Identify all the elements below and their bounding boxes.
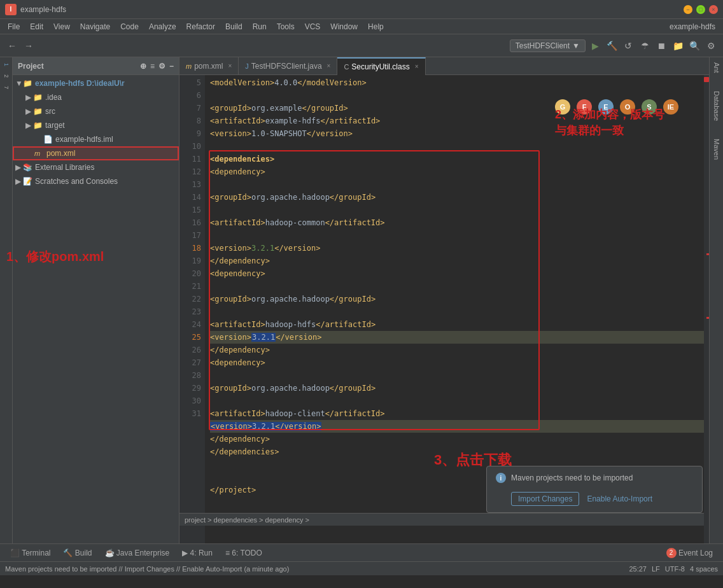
root-folder-icon: 📁: [23, 79, 33, 88]
project-sidebar-toggle[interactable]: 1: [1, 60, 11, 70]
tree-idea-folder[interactable]: ▶ 📁 .idea: [13, 90, 179, 104]
scratches-label: Scratches and Consoles: [35, 177, 118, 186]
code-line-28: [210, 369, 709, 382]
build-tab[interactable]: 🔨 Build: [58, 547, 97, 559]
menu-navigate[interactable]: Navigate: [75, 21, 115, 32]
menu-vcs[interactable]: VCS: [300, 21, 326, 32]
menu-tools[interactable]: Tools: [272, 21, 300, 32]
import-changes-button[interactable]: Import Changes: [511, 492, 579, 506]
todo-tab[interactable]: ≡ 6: TODO: [220, 547, 267, 559]
ie-icon: IE: [663, 99, 678, 115]
testhdfs-tab-label: TestHDFSClient.java: [251, 62, 322, 71]
database-sidebar-label[interactable]: Database: [712, 88, 722, 123]
run-config-dropdown-icon: ▼: [572, 41, 580, 50]
java-tab-label: Java Enterprise: [116, 549, 169, 557]
todo-tab-icon: ≡: [225, 549, 230, 557]
menubar: File Edit View Navigate Code Analyze Ref…: [0, 19, 723, 34]
menu-build[interactable]: Build: [220, 21, 248, 32]
reload-button[interactable]: ↺: [621, 39, 635, 53]
tree-ext-libs[interactable]: ▶ 📚 External Libraries: [13, 160, 179, 174]
settings-button[interactable]: ⚙: [704, 39, 718, 53]
search-button[interactable]: 🔍: [687, 39, 701, 53]
tree-scratches[interactable]: ▶ 📝 Scratches and Consoles: [13, 174, 179, 188]
code-line-8: <artifactId>example-hdfs</artifactId>: [210, 115, 709, 127]
maven-sidebar-label[interactable]: Maven: [712, 136, 722, 162]
indent-label[interactable]: 4 spaces: [690, 565, 718, 573]
securityutil-tab-label: SecurityUtil.class: [351, 62, 409, 71]
main-layout: 1 2 7 Project ⊕ ≡ ⚙ − ▼ 📁 example-hdfs D…: [0, 57, 723, 543]
encoding[interactable]: UTF-8: [665, 565, 685, 573]
menu-refactor[interactable]: Refactor: [181, 21, 220, 32]
tree-iml-file[interactable]: ▶ 📄 example-hdfs.iml: [13, 132, 179, 146]
src-label: src: [45, 107, 55, 116]
run-button[interactable]: ▶: [588, 39, 602, 53]
pom-tab-close[interactable]: ×: [228, 62, 232, 69]
scratches-icon: 📝: [23, 177, 33, 186]
scroll-to-button[interactable]: ≡: [150, 62, 155, 71]
code-line-14: <groupId>org.apache.hadoop</groupId>: [210, 191, 709, 204]
add-content-button[interactable]: ⊕: [140, 62, 146, 71]
close-button[interactable]: ×: [709, 5, 718, 14]
minimize-button[interactable]: −: [684, 5, 692, 14]
code-editor[interactable]: 5 6 7 8 9 10 11 12 13 14 15 16 17 18 19 …: [179, 75, 709, 543]
notif-title-text: Maven projects need to be imported: [511, 473, 633, 482]
menu-help[interactable]: Help: [363, 21, 389, 32]
ext-libs-arrow: ▶: [15, 163, 23, 172]
window-controls: − □ ×: [684, 5, 718, 14]
minimize-panel-button[interactable]: −: [169, 62, 174, 71]
tab-pom[interactable]: m pom.xml ×: [179, 57, 239, 75]
run-config-label: TestHDFSClient: [516, 41, 570, 50]
testhdfs-tab-close[interactable]: ×: [327, 62, 331, 69]
editor-area: m pom.xml × J TestHDFSClient.java × C Se…: [179, 57, 709, 543]
securityutil-tab-close[interactable]: ×: [415, 63, 419, 70]
coverage-button[interactable]: ☂: [638, 39, 652, 53]
pom-label: pom.xml: [46, 149, 75, 158]
app-icon: I: [5, 4, 17, 15]
structure-sidebar-toggle[interactable]: 7: [1, 83, 11, 93]
settings-panel-button[interactable]: ⚙: [158, 62, 165, 71]
terminal-tab[interactable]: ⬛ Terminal: [5, 547, 55, 559]
iml-label: example-hdfs.iml: [55, 135, 113, 144]
run-config-selector[interactable]: TestHDFSClient ▼: [510, 39, 586, 52]
forward-button[interactable]: →: [22, 39, 36, 53]
error-marker-2: [706, 317, 709, 319]
tab-bar: m pom.xml × J TestHDFSClient.java × C Se…: [179, 57, 709, 75]
securityutil-tab-icon: C: [344, 63, 349, 71]
line-endings[interactable]: LF: [652, 565, 660, 573]
tab-testhdfs[interactable]: J TestHDFSClient.java ×: [239, 57, 337, 75]
back-button[interactable]: ←: [5, 39, 19, 53]
menu-edit[interactable]: Edit: [25, 21, 48, 32]
tree-src-folder[interactable]: ▶ 📁 src: [13, 104, 179, 118]
code-line-extra3: </dependencies>: [210, 445, 709, 458]
maximize-button[interactable]: □: [696, 5, 705, 14]
menu-analyze[interactable]: Analyze: [144, 21, 181, 32]
favorites-sidebar-toggle[interactable]: 2: [1, 71, 11, 81]
scratches-arrow: ▶: [15, 177, 23, 186]
code-line-26: </dependency>: [210, 344, 709, 356]
build-button[interactable]: 🔨: [605, 39, 619, 53]
pom-tab-label: pom.xml: [194, 62, 223, 71]
error-marker-top: [704, 77, 709, 82]
menu-run[interactable]: Run: [248, 21, 272, 32]
tab-securityutil[interactable]: C SecurityUtil.class ×: [337, 57, 425, 75]
menu-file[interactable]: File: [3, 21, 25, 32]
menu-project-title: example-hdfs: [664, 21, 720, 32]
tree-target-folder[interactable]: ▶ 📁 target: [13, 118, 179, 132]
file-manager-button[interactable]: 📁: [671, 39, 685, 53]
java-enterprise-tab[interactable]: ☕ Java Enterprise: [100, 547, 175, 559]
menu-code[interactable]: Code: [115, 21, 144, 32]
tree-pom-file[interactable]: ▶ m pom.xml: [13, 146, 179, 160]
idea-folder-icon: 📁: [33, 93, 43, 102]
project-panel-header: Project ⊕ ≡ ⚙ −: [13, 57, 179, 75]
app-title: example-hdfs: [20, 5, 684, 14]
menu-view[interactable]: View: [48, 21, 75, 32]
menu-window[interactable]: Window: [325, 21, 363, 32]
project-panel-title: Project: [18, 62, 44, 71]
run-tab[interactable]: ▶ 4: Run: [177, 547, 218, 559]
event-log-tab[interactable]: 2 Event Log: [661, 547, 718, 559]
cursor-position[interactable]: 25:27: [629, 565, 647, 573]
ant-sidebar-label[interactable]: Ant: [712, 60, 722, 76]
stop-button[interactable]: ⏹: [654, 39, 668, 53]
tree-root[interactable]: ▼ 📁 example-hdfs D:\idealU\r: [13, 76, 179, 90]
enable-auto-import-button[interactable]: Enable Auto-Import: [587, 492, 652, 506]
